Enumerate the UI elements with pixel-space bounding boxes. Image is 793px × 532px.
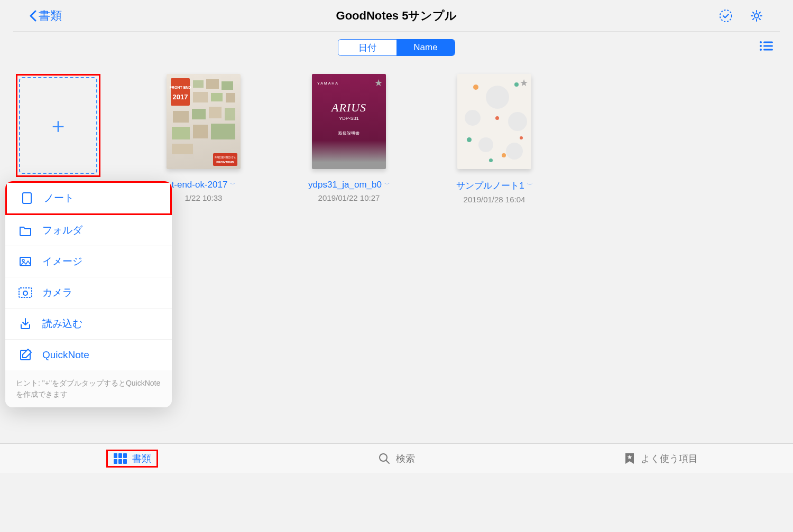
new-item-slot: ＋ — [16, 74, 100, 177]
svg-point-6 — [760, 49, 762, 51]
grid-item: ★ YAMAHA ARIUS YDP-S31 取扱説明書 ydps31_ja_o… — [307, 74, 391, 204]
tab-label: 検索 — [396, 452, 415, 465]
svg-rect-11 — [193, 80, 204, 88]
menu-label: QuickNote — [42, 349, 89, 361]
menu-label: カメラ — [42, 286, 72, 300]
camera-icon — [18, 285, 33, 300]
plus-icon: ＋ — [48, 111, 69, 140]
header-bar: 書類 GoodNotes 5サンプル — [13, 0, 780, 32]
back-button[interactable]: 書類 — [29, 8, 62, 24]
chevron-down-icon: 〉 — [228, 182, 236, 188]
svg-rect-7 — [763, 49, 773, 51]
menu-import[interactable]: 読み込む — [5, 309, 172, 340]
svg-point-0 — [720, 10, 732, 22]
search-icon — [378, 452, 391, 465]
svg-text:2017: 2017 — [173, 93, 188, 101]
menu-image[interactable]: イメージ — [5, 246, 172, 277]
svg-point-1 — [754, 14, 759, 18]
menu-label: イメージ — [42, 255, 82, 268]
menu-folder[interactable]: フォルダ — [5, 215, 172, 246]
svg-rect-25 — [213, 153, 237, 166]
svg-rect-20 — [225, 108, 235, 120]
sort-date[interactable]: 日付 — [338, 40, 396, 55]
document-title[interactable]: t-end-ok-2017 〉 — [172, 180, 236, 190]
document-date: 1/22 10:33 — [185, 193, 223, 202]
svg-rect-16 — [226, 93, 235, 102]
grid-icon — [113, 453, 127, 464]
document-title[interactable]: ydps31_ja_om_b0 〉 — [308, 180, 390, 190]
list-icon — [759, 40, 773, 52]
image-icon — [18, 254, 33, 269]
svg-rect-17 — [173, 111, 189, 123]
grid-item: FRONT END 2017 PRESENTED BY: FRONTEND t-… — [161, 74, 246, 204]
menu-quicknote[interactable]: QuickNote — [5, 340, 172, 370]
highlight-tab-docs: 書類 — [106, 450, 158, 468]
svg-rect-12 — [206, 79, 219, 89]
svg-rect-13 — [222, 81, 233, 90]
new-item-popover: ノート フォルダ イメージ カメラ 読み込む QuickNote ヒント: "+… — [5, 181, 172, 407]
svg-rect-21 — [172, 127, 190, 139]
tab-area: 書類 検索 よく使う項目 — [0, 443, 793, 532]
select-button[interactable] — [718, 8, 733, 23]
svg-point-32 — [23, 291, 27, 295]
import-icon — [18, 316, 33, 331]
svg-rect-35 — [118, 453, 122, 458]
svg-rect-5 — [763, 45, 773, 47]
document-date: 2019/01/28 16:04 — [464, 195, 525, 204]
menu-label: フォルダ — [42, 223, 82, 237]
document-cover[interactable]: ★ — [457, 74, 531, 169]
cover-brand: YAMAHA — [317, 81, 339, 85]
document-cover[interactable]: ★ YAMAHA ARIUS YDP-S31 取扱説明書 — [312, 74, 386, 169]
menu-label: 読み込む — [42, 317, 82, 331]
bookmark-star-icon — [624, 452, 635, 465]
bottom-padding — [0, 473, 793, 532]
tab-documents[interactable]: 書類 — [0, 444, 264, 473]
tab-favorites[interactable]: よく使う項目 — [529, 444, 793, 473]
svg-rect-34 — [114, 453, 117, 458]
document-date: 2019/01/22 10:27 — [318, 193, 380, 202]
quicknote-icon — [18, 348, 33, 362]
settings-button[interactable] — [749, 8, 764, 23]
document-title[interactable]: サンプルノート1 〉 — [456, 180, 532, 192]
chevron-down-icon: 〉 — [525, 183, 533, 189]
svg-rect-19 — [209, 107, 222, 118]
highlight-new: ＋ — [16, 74, 100, 177]
svg-rect-14 — [193, 92, 208, 102]
svg-text:FRONTEND: FRONTEND — [216, 161, 234, 164]
sort-segmented: 日付 Name — [338, 39, 455, 56]
svg-rect-28 — [23, 193, 31, 203]
svg-rect-15 — [211, 93, 223, 101]
svg-rect-3 — [763, 42, 773, 43]
list-view-button[interactable] — [759, 40, 773, 55]
document-cover[interactable]: FRONT END 2017 PRESENTED BY: FRONTEND — [167, 74, 241, 169]
grid-item: ★ サンプルノート1 〉 2019/01/28 16:04 — [452, 74, 537, 204]
sort-bar: 日付 Name — [0, 32, 793, 63]
svg-rect-18 — [192, 109, 206, 119]
svg-rect-24 — [172, 144, 193, 154]
note-icon — [20, 191, 34, 206]
chevron-down-icon: 〉 — [383, 182, 391, 188]
svg-point-2 — [760, 41, 762, 43]
svg-point-4 — [760, 45, 762, 47]
svg-rect-37 — [114, 459, 117, 464]
tab-search[interactable]: 検索 — [264, 444, 529, 473]
sort-name[interactable]: Name — [396, 40, 455, 55]
star-icon: ★ — [520, 77, 528, 89]
cover-sub: YDP-S31 — [339, 116, 359, 121]
svg-text:FRONT END: FRONT END — [170, 86, 191, 89]
header-actions — [718, 8, 764, 23]
new-item-button[interactable]: ＋ — [19, 77, 97, 174]
star-icon: ★ — [374, 77, 383, 89]
gear-icon — [750, 9, 763, 23]
svg-rect-39 — [123, 459, 127, 464]
menu-label: ノート — [44, 191, 74, 205]
menu-note[interactable]: ノート — [5, 181, 172, 215]
dashed-check-icon — [719, 9, 733, 23]
chevron-left-icon — [29, 10, 36, 22]
back-label: 書類 — [39, 8, 62, 24]
menu-camera[interactable]: カメラ — [5, 277, 172, 309]
svg-point-30 — [22, 259, 24, 262]
tab-label: よく使う項目 — [641, 452, 698, 465]
folder-icon — [18, 223, 33, 238]
svg-rect-8 — [171, 78, 190, 106]
